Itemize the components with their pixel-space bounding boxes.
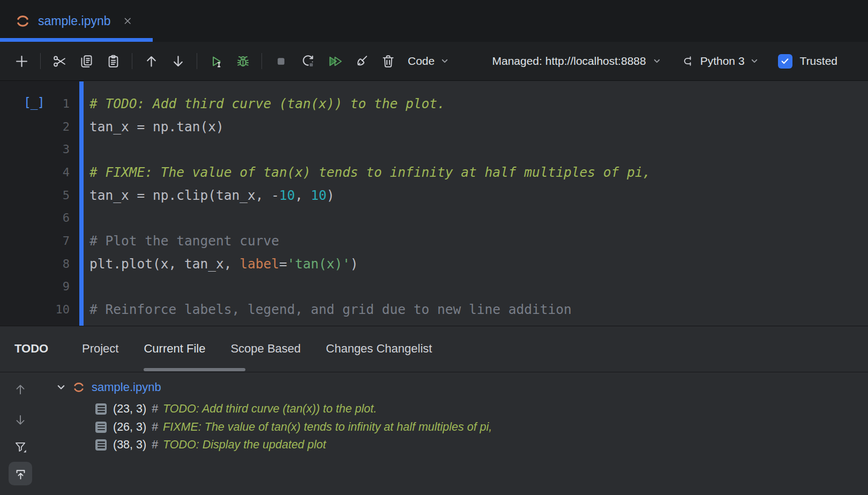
cut-cell-icon	[52, 54, 68, 69]
filter-todos-button[interactable]	[13, 440, 27, 454]
code-line[interactable]: 2tan_x = np.tan(x)	[0, 115, 868, 138]
code-line[interactable]: 8plt.plot(x, tan_x, label='tan(x)')	[0, 252, 868, 275]
todo-comment-hash: #	[152, 438, 158, 452]
code-segment: label	[240, 256, 279, 272]
code-text: # Plot the tangent curve	[89, 229, 868, 252]
clear-outputs-button[interactable]	[348, 48, 375, 74]
code-text: # Reinforce labels, legend, and grid due…	[89, 298, 868, 321]
move-cell-up-icon	[144, 54, 159, 69]
toolbar-divider	[132, 53, 132, 69]
chevron-down-icon	[652, 56, 662, 66]
todo-tab-scope-based[interactable]: Scope Based	[230, 342, 301, 356]
trusted-toggle: Trusted	[778, 54, 837, 69]
line-number: 2	[0, 115, 70, 138]
paste-cell-button[interactable]	[100, 48, 126, 74]
ide-window: sample.ipynb Code Managed: http://localh…	[0, 0, 868, 495]
code-segment: )	[327, 188, 335, 203]
chevron-down-icon	[440, 56, 450, 66]
code-segment: ,	[295, 188, 311, 203]
cut-cell-button[interactable]	[46, 48, 73, 74]
toolbar-divider	[261, 53, 262, 69]
debug-cell-button[interactable]	[229, 48, 256, 74]
todo-comment-hash: #	[152, 402, 158, 416]
todo-item-row[interactable]: (26, 3)#FIXME: The value of tan(x) tends…	[95, 419, 492, 436]
todo-position: (26, 3)	[113, 421, 146, 434]
copy-cell-button[interactable]	[73, 48, 100, 74]
todo-item-row[interactable]: (23, 3)#TODO: Add third curve (tan(x)) t…	[95, 401, 377, 417]
add-cell-icon	[14, 54, 29, 69]
code-line[interactable]: 9	[0, 275, 868, 298]
kernel-label: Python 3	[700, 55, 745, 68]
interrupt-kernel-button[interactable]	[267, 48, 294, 74]
run-cell-icon	[208, 54, 224, 69]
panel-header-separator	[0, 372, 868, 372]
trusted-checkbox[interactable]	[778, 54, 792, 69]
code-line[interactable]: 10# Reinforce labels, legend, and grid d…	[0, 298, 868, 321]
move-cell-up-button[interactable]	[138, 48, 164, 74]
kernel-dropdown[interactable]: Python 3	[682, 54, 759, 68]
code-segment: =	[279, 256, 287, 272]
preview-source-toggle-button[interactable]	[9, 462, 32, 485]
run-all-cells-button[interactable]	[321, 48, 348, 74]
selected-panel-tab-indicator	[144, 368, 245, 371]
previous-todo-button[interactable]	[13, 382, 27, 396]
code-line[interactable]: 6	[0, 206, 868, 229]
code-line[interactable]: 1# TODO: Add third curve (tan(x)) to the…	[0, 92, 868, 115]
restart-kernel-button[interactable]	[294, 48, 321, 74]
code-text: plt.plot(x, tan_x, label='tan(x)')	[89, 252, 868, 275]
jupyter-notebook-icon	[14, 13, 31, 29]
code-line[interactable]: 4# FIXME: The value of tan(x) tends to i…	[0, 161, 868, 184]
todo-tab-project[interactable]: Project	[82, 342, 118, 356]
todo-comment-hash: #	[152, 421, 158, 434]
todo-comment-text: TODO: Display the updated plot	[163, 438, 326, 452]
add-cell-button[interactable]	[8, 48, 35, 74]
server-label: Managed: http://localhost:8888	[492, 55, 646, 68]
clear-outputs-icon	[354, 54, 369, 69]
file-tab-sample-ipynb[interactable]: sample.ipynb	[0, 0, 153, 42]
line-number: 8	[0, 252, 70, 275]
cell-type-dropdown[interactable]: Code	[408, 55, 450, 68]
code-segment: tan_x = np.clip(tan_x, -	[89, 188, 279, 203]
move-cell-down-icon	[170, 54, 186, 69]
paste-cell-icon	[106, 54, 121, 69]
todo-position: (23, 3)	[113, 402, 146, 416]
line-number: 9	[0, 275, 70, 298]
todo-tree-file-row[interactable]: sample.ipynb	[55, 378, 161, 396]
line-number: 7	[0, 229, 70, 252]
code-line[interactable]: 5tan_x = np.clip(tan_x, -10, 10)	[0, 184, 868, 207]
move-cell-down-button[interactable]	[164, 48, 191, 74]
todo-tab-current-file[interactable]: Current File	[144, 342, 205, 356]
notebook-toolbar: Code Managed: http://localhost:8888 Pyth…	[0, 42, 868, 81]
line-number: 6	[0, 206, 70, 229]
close-tab-icon[interactable]	[122, 15, 133, 27]
code-line[interactable]: 7# Plot the tangent curve	[0, 229, 868, 252]
chevron-expanded-icon[interactable]	[55, 381, 67, 393]
toolbar-divider	[197, 53, 197, 69]
todo-tool-window: TODO ProjectCurrent FileScope BasedChang…	[0, 326, 868, 495]
line-number: 10	[0, 298, 70, 321]
line-number: 5	[0, 184, 70, 207]
todo-entry-icon	[95, 439, 107, 451]
restart-kernel-icon	[300, 54, 316, 69]
code-line[interactable]: 3	[0, 138, 868, 161]
code-text: # TODO: Add third curve (tan(x)) to the …	[89, 92, 868, 115]
line-number: 3	[0, 138, 70, 161]
todo-item-row[interactable]: (38, 3)#TODO: Display the updated plot	[95, 437, 326, 453]
chevron-down-icon	[750, 56, 759, 66]
server-dropdown[interactable]: Managed: http://localhost:8888	[492, 55, 661, 68]
active-tab-indicator	[0, 38, 153, 42]
copy-cell-icon	[79, 54, 94, 69]
toolbar-right-cluster: Managed: http://localhost:8888 Python 3 …	[492, 54, 868, 69]
code-segment: # Plot the tangent curve	[89, 233, 279, 249]
delete-cell-button[interactable]	[375, 48, 401, 74]
interrupt-kernel-icon	[273, 54, 289, 69]
todo-tab-changes-changelist[interactable]: Changes Changelist	[326, 342, 432, 356]
run-cell-button[interactable]	[203, 48, 229, 74]
run-all-cells-icon	[327, 54, 342, 69]
todo-panel-title: TODO	[14, 326, 48, 371]
code-text: tan_x = np.clip(tan_x, -10, 10)	[89, 184, 868, 207]
code-segment: # FIXME: The value of tan(x) tends to in…	[89, 164, 650, 180]
notebook-editor[interactable]: [_] 1# TODO: Add third curve (tan(x)) to…	[0, 81, 868, 326]
code-segment: # TODO: Add third curve (tan(x)) to the …	[89, 96, 445, 111]
next-todo-button[interactable]	[13, 413, 27, 427]
